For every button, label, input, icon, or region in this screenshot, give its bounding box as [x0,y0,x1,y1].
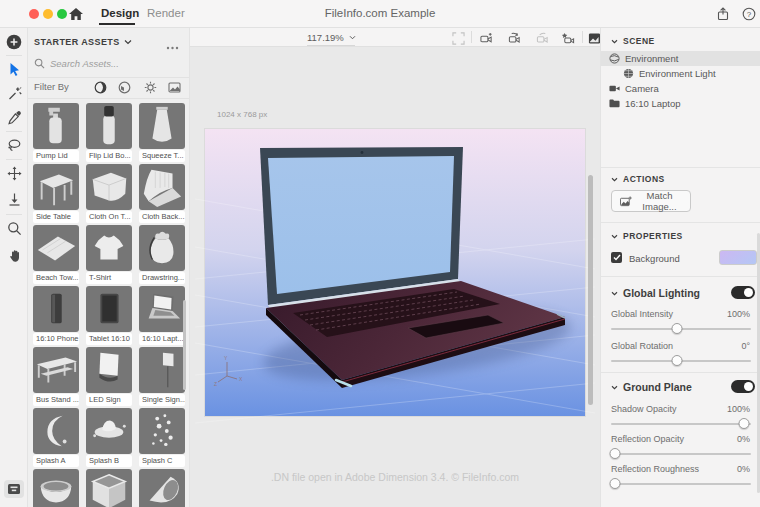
slider-track [611,453,751,455]
chevron-down-icon [611,385,618,390]
share-icon[interactable] [716,7,730,21]
canvas-viewport[interactable]: Y Z X [205,129,585,416]
global-intensity-slider[interactable] [611,323,751,335]
asset-card-cloth-on-table[interactable]: Cloth On T... [86,164,132,223]
zoom-level-value: 117.19% [307,32,344,43]
fullscreen-window-button[interactable] [57,9,67,19]
lights-filter-icon[interactable] [144,80,157,93]
scene-item-environment-light[interactable]: Environment Light [601,66,760,81]
actions-section-title: ACTIONS [623,174,665,184]
asset-card-single-sign[interactable]: Single Sign... [139,347,185,406]
images-filter-icon[interactable] [168,80,181,93]
asset-thumb [33,469,79,507]
ground-plane-toggle[interactable] [731,380,755,393]
help-icon[interactable]: ? [742,7,756,21]
search-assets-input[interactable] [50,58,170,69]
divider [471,31,472,43]
add-camera-bookmark-icon[interactable] [480,31,493,44]
asset-thumb [33,225,79,271]
reflection-roughness-slider[interactable] [611,478,751,490]
asset-card-flip-lid[interactable]: Flip Lid Bo... [86,103,132,162]
frame-all-icon[interactable] [452,31,465,44]
filter-by-label: Filter By [34,81,69,92]
scene-section-header[interactable]: SCENE [611,35,655,47]
asset-card-side-table[interactable]: Side Table [33,164,79,223]
slider-knob[interactable] [671,355,682,366]
asset-card-pump-lid[interactable]: Pump Lid [33,103,79,162]
asset-card-led-sign[interactable]: LED Sign [86,347,132,406]
slider-knob[interactable] [671,323,682,334]
global-lighting-header[interactable]: Global Lighting [611,286,700,300]
asset-card-splash-c[interactable]: Splash C [139,408,185,467]
assets-scrollbar[interactable] [183,300,186,390]
zoom-tool-icon[interactable] [5,219,23,237]
move-tool-icon[interactable] [5,164,23,182]
match-image-button[interactable]: Match Image... [611,190,691,212]
canvas-scrollbar[interactable] [588,175,593,405]
asset-thumb [33,408,79,454]
tab-render[interactable]: Render [147,0,183,27]
slider-track [611,483,751,485]
magic-wand-icon[interactable] [5,84,23,102]
environment-light-icon [623,68,634,79]
global-rotation-slider[interactable] [611,355,751,367]
asset-card-drawstring-bag[interactable]: Drawstring... [139,225,185,284]
asset-card-tshirt[interactable]: T-Shirt [86,225,132,284]
background-checkbox[interactable] [611,252,622,263]
push-pull-tool-icon[interactable] [5,190,23,208]
search-icon [34,58,45,69]
slider-knob[interactable] [610,448,621,459]
titlebar: Design Render FileInfo.com Example ? [0,0,760,28]
close-window-button[interactable] [29,9,39,19]
select-tool-icon[interactable] [5,60,23,78]
check-icon [613,254,621,261]
asset-card-squeeze-tube[interactable]: Squeeze T... [139,103,185,162]
scene-item-environment[interactable]: Environment [601,51,760,66]
panel-more-menu-icon[interactable] [166,36,179,54]
asset-card-open-cube[interactable] [86,469,132,507]
asset-thumb [86,347,132,393]
asset-label: LED Sign [86,394,132,406]
properties-section-header[interactable]: PROPERTIES [611,230,683,242]
library-panel-toggle[interactable] [4,480,24,498]
next-camera-bookmark-icon[interactable] [536,31,549,44]
global-lighting-toggle[interactable] [731,286,755,299]
lasso-tool-icon[interactable] [5,136,23,154]
scene-item-camera[interactable]: Camera [601,81,760,96]
reflection-opacity-value: 0% [737,434,750,444]
asset-card-phone[interactable]: 16:10 Phone [33,286,79,345]
asset-card-cone[interactable] [139,469,185,507]
asset-card-bus-stand[interactable]: Bus Stand ... [33,347,79,406]
asset-card-bowl[interactable] [33,469,79,507]
reflection-opacity-slider[interactable] [611,448,751,460]
pan-hand-tool-icon[interactable] [5,246,23,264]
actions-section-header[interactable]: ACTIONS [611,173,665,185]
asset-thumb [33,347,79,393]
asset-card-tablet[interactable]: Tablet 16:10 [86,286,132,345]
background-color-swatch[interactable] [719,250,757,265]
camera-bookmarks-icon[interactable] [562,31,575,44]
minimize-window-button[interactable] [43,9,53,19]
home-icon[interactable] [68,7,84,21]
zoom-level-dropdown[interactable]: 117.19% [307,28,356,46]
prev-camera-bookmark-icon[interactable] [508,31,521,44]
starter-assets-header[interactable]: STARTER ASSETS [34,34,132,50]
slider-knob[interactable] [610,478,621,489]
scene-item-laptop-group[interactable]: 16:10 Laptop [601,96,760,111]
asset-card-cloth-backdrop[interactable]: Cloth Back... [139,164,185,223]
shadow-opacity-slider[interactable] [611,418,751,430]
tab-design[interactable]: Design [101,0,133,27]
scene-item-label: Camera [625,82,659,96]
materials-filter-icon[interactable] [118,80,131,93]
asset-card-splash-b[interactable]: Splash B [86,408,132,467]
slider-track [611,423,751,425]
slider-knob[interactable] [739,418,750,429]
asset-card-laptop[interactable]: 16:10 Lapt... [139,286,185,345]
asset-card-beach-towel[interactable]: Beach Tow... [33,225,79,284]
asset-card-splash-a[interactable]: Splash A [33,408,79,467]
ground-plane-header[interactable]: Ground Plane [611,380,692,394]
models-filter-icon[interactable] [94,80,107,93]
sampler-eyedropper-icon[interactable] [5,108,23,126]
add-content-icon[interactable] [5,33,23,51]
divider [601,167,760,168]
